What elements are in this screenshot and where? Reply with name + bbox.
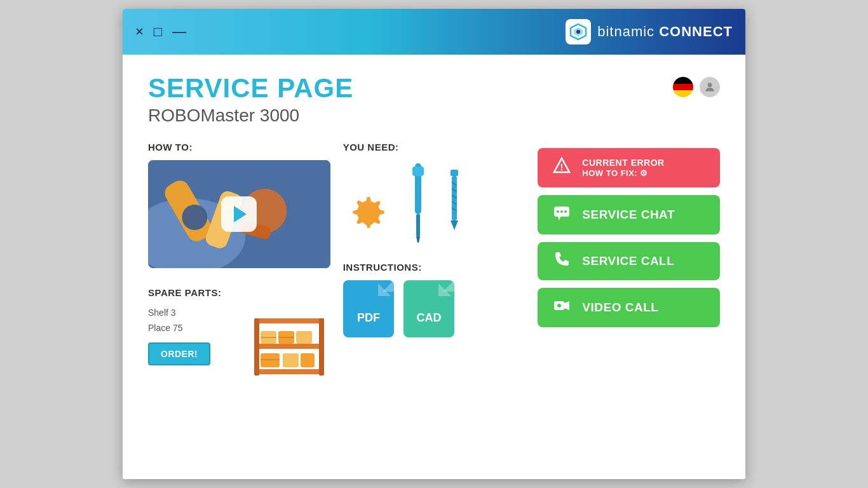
- service-call-button[interactable]: SERVICE CALL: [538, 242, 720, 280]
- error-text: CURRENT ERROR HOW TO FIX: ⚙: [582, 158, 664, 178]
- svg-point-49: [564, 210, 567, 213]
- warning-icon: !: [550, 157, 573, 179]
- spare-parts-label: SPARE PARTS:: [148, 287, 330, 298]
- svg-rect-12: [254, 344, 324, 349]
- tools-row: [343, 160, 526, 243]
- video-icon: [550, 297, 573, 318]
- minimize-button[interactable]: —: [172, 24, 186, 40]
- youneed-label: YOU NEED:: [343, 142, 526, 152]
- page-title-block: SERVICE PAGE ROBOMaster 3000: [148, 74, 353, 126]
- svg-text:!: !: [560, 162, 564, 172]
- svg-point-3: [708, 83, 712, 87]
- svg-marker-27: [416, 236, 420, 243]
- svg-text:CAD: CAD: [416, 311, 441, 324]
- video-thumbnail[interactable]: [148, 160, 330, 268]
- svg-point-10: [182, 205, 207, 230]
- language-flag[interactable]: [673, 77, 693, 97]
- logo: bitnamic CONNECT: [566, 19, 733, 44]
- svg-marker-53: [564, 301, 569, 310]
- gear-icon: [343, 192, 394, 243]
- shelf-info: Shelf 3: [148, 306, 235, 321]
- svg-point-47: [557, 210, 559, 213]
- chat-label: SERVICE CHAT: [582, 208, 675, 222]
- spare-parts-section: SPARE PARTS: Shelf 3 Place 75 ORDER!: [148, 287, 330, 391]
- svg-rect-15: [319, 318, 324, 376]
- cad-document[interactable]: CAD: [403, 280, 454, 337]
- app-window: × □ — bitnamic CONNECT SERVICE PAGE ROBO…: [123, 9, 745, 479]
- svg-point-2: [576, 30, 580, 34]
- phone-icon: [550, 251, 573, 271]
- maximize-button[interactable]: □: [154, 24, 162, 40]
- screwdriver-icon: [403, 160, 432, 243]
- svg-point-52: [557, 304, 561, 308]
- svg-marker-50: [558, 217, 560, 220]
- pdf-document[interactable]: PDF: [343, 280, 394, 337]
- bolt-icon: [442, 166, 467, 243]
- error-button[interactable]: ! CURRENT ERROR HOW TO FIX: ⚙: [538, 148, 720, 187]
- logo-text: bitnamic CONNECT: [597, 24, 733, 40]
- svg-rect-13: [254, 369, 324, 374]
- svg-rect-11: [254, 318, 324, 323]
- video-call-button[interactable]: VIDEO CALL: [538, 288, 720, 327]
- chat-icon: [550, 204, 573, 226]
- place-info: Place 75: [148, 321, 235, 336]
- action-buttons: ! CURRENT ERROR HOW TO FIX: ⚙: [538, 148, 720, 327]
- svg-rect-26: [416, 214, 420, 236]
- svg-rect-28: [412, 166, 424, 176]
- page-title: SERVICE PAGE: [148, 74, 353, 103]
- logo-icon: [566, 19, 591, 44]
- instructions-section: INSTRUCTIONS: PDF: [343, 262, 526, 337]
- svg-marker-36: [451, 220, 458, 230]
- svg-point-48: [560, 210, 563, 213]
- howto-label: HOW TO:: [148, 142, 330, 152]
- youneed-section: YOU NEED:: [343, 142, 526, 243]
- close-button[interactable]: ×: [135, 24, 144, 40]
- svg-rect-19: [261, 353, 280, 367]
- window-controls: × □ —: [135, 24, 186, 40]
- titlebar: × □ — bitnamic CONNECT: [123, 9, 745, 55]
- svg-rect-41: [407, 283, 451, 334]
- svg-rect-18: [296, 331, 312, 344]
- svg-rect-21: [301, 353, 315, 367]
- doc-icons-row: PDF CAD: [343, 280, 526, 337]
- play-button[interactable]: [221, 196, 257, 232]
- howto-section: HOW TO:: [148, 142, 330, 268]
- video-label: VIDEO CALL: [582, 301, 658, 315]
- main-content: SERVICE PAGE ROBOMaster 3000: [123, 55, 745, 479]
- svg-rect-20: [283, 353, 299, 367]
- device-name: ROBOMaster 3000: [148, 105, 353, 126]
- order-button[interactable]: ORDER!: [148, 342, 210, 365]
- instructions-label: INSTRUCTIONS:: [343, 262, 526, 273]
- call-label: SERVICE CALL: [582, 254, 674, 269]
- svg-rect-37: [346, 283, 391, 334]
- svg-rect-14: [254, 318, 259, 376]
- svg-rect-29: [451, 170, 458, 176]
- shelf-graphic: [248, 306, 330, 391]
- service-chat-button[interactable]: SERVICE CHAT: [538, 195, 720, 234]
- spare-info: Shelf 3 Place 75 ORDER!: [148, 306, 235, 365]
- header-icons: [673, 77, 720, 97]
- user-avatar[interactable]: [700, 77, 720, 97]
- svg-text:PDF: PDF: [357, 311, 380, 324]
